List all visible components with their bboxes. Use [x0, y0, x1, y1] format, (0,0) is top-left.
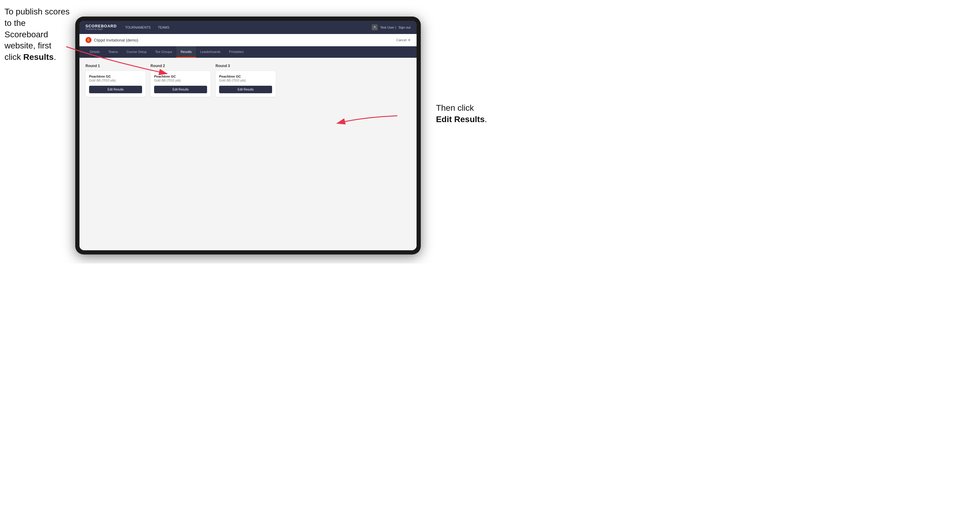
round-1-details: Gold (M) (7010 yds) [89, 79, 142, 82]
round-3-course: Peachtree GC [219, 75, 272, 78]
app-navbar: SCOREBOARD Powered by clippd TOURNAMENTS… [80, 21, 417, 34]
signout-link[interactable]: Sign out [398, 25, 410, 29]
tab-course-setup[interactable]: Course Setup [122, 46, 151, 58]
round-1-column: Round 1 Peachtree GC Gold (M) (7010 yds)… [86, 64, 146, 97]
round-1-edit-results-button[interactable]: Edit Results [89, 86, 142, 93]
round-1-title: Round 1 [86, 64, 146, 68]
round-2-title: Round 2 [151, 64, 211, 68]
tab-leaderboards[interactable]: Leaderboards [196, 46, 225, 58]
round-3-card: Peachtree GC Gold (M) (7010 yds) Edit Re… [215, 71, 276, 97]
round-3-edit-results-button[interactable]: Edit Results [219, 86, 272, 93]
cancel-button[interactable]: Cancel ✕ [396, 38, 410, 42]
logo-area: SCOREBOARD Powered by clippd [86, 24, 117, 30]
tournament-header: C Clippd Invitational (demo) Cancel ✕ [80, 34, 417, 46]
content-area: Round 1 Peachtree GC Gold (M) (7010 yds)… [80, 58, 417, 250]
tab-details[interactable]: Details [86, 46, 104, 58]
round-2-column: Round 2 Peachtree GC Gold (M) (7010 yds)… [151, 64, 211, 97]
tournament-icon: C [86, 37, 92, 43]
round-2-edit-results-button[interactable]: Edit Results [154, 86, 207, 93]
nav-links: TOURNAMENTS TEAMS [125, 25, 372, 29]
nav-tournaments[interactable]: TOURNAMENTS [125, 25, 151, 29]
round-1-card: Peachtree GC Gold (M) (7010 yds) Edit Re… [86, 71, 146, 97]
round-2-card: Peachtree GC Gold (M) (7010 yds) Edit Re… [151, 71, 211, 97]
nav-right: Test User | Sign out [372, 24, 410, 30]
tab-bar: Details Teams Course Setup Tee Groups Re… [80, 46, 417, 58]
round-2-details: Gold (M) (7010 yds) [154, 79, 207, 82]
instruction-right: Then click Edit Results. [436, 102, 487, 125]
user-name: Test User | [380, 25, 396, 29]
logo-subtitle: Powered by clippd [86, 28, 117, 30]
rounds-container: Round 1 Peachtree GC Gold (M) (7010 yds)… [86, 64, 410, 97]
tab-tee-groups[interactable]: Tee Groups [151, 46, 177, 58]
instruction-left: To publish scores to the Scoreboard webs… [5, 6, 71, 63]
tournament-name: Clippd Invitational (demo) [94, 38, 138, 43]
nav-teams[interactable]: TEAMS [158, 25, 169, 29]
round-2-course: Peachtree GC [154, 75, 207, 78]
logo-title: SCOREBOARD [86, 24, 117, 28]
tab-teams[interactable]: Teams [104, 46, 122, 58]
tournament-title-area: C Clippd Invitational (demo) [86, 37, 138, 43]
round-1-course: Peachtree GC [89, 75, 142, 78]
user-avatar [372, 24, 378, 30]
round-3-details: Gold (M) (7010 yds) [219, 79, 272, 82]
tab-results[interactable]: Results [177, 46, 196, 58]
tab-printables[interactable]: Printables [225, 46, 248, 58]
round-3-column: Round 3 Peachtree GC Gold (M) (7010 yds)… [215, 64, 276, 97]
round-3-title: Round 3 [215, 64, 276, 68]
tablet-device: SCOREBOARD Powered by clippd TOURNAMENTS… [75, 17, 421, 254]
tablet-screen: SCOREBOARD Powered by clippd TOURNAMENTS… [80, 21, 417, 250]
